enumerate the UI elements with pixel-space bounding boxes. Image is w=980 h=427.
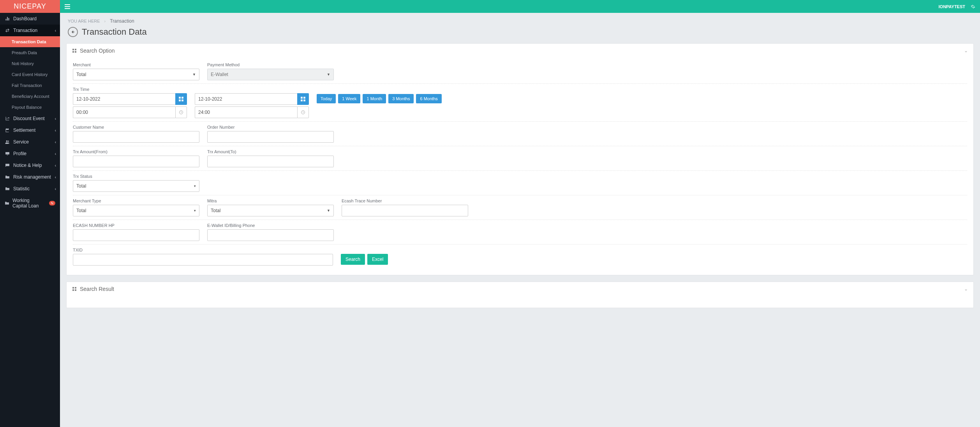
svg-rect-18	[72, 289, 74, 291]
sidebar-item-label: Card Event History	[12, 72, 48, 77]
grid-icon	[72, 48, 77, 53]
sidebar-item-risk-management[interactable]: Risk management ‹	[0, 171, 60, 183]
time-from-input[interactable]: 00:00	[73, 106, 175, 118]
sidebar-item-label: Transaction	[13, 28, 37, 33]
collapse-icon[interactable]: ⌄	[964, 286, 968, 292]
sidebar-item-discount-event[interactable]: Discount Event ‹	[0, 113, 60, 124]
customer-name-input[interactable]	[73, 131, 199, 143]
select-value: Total	[211, 208, 220, 213]
select-value: Total	[76, 72, 86, 77]
sidebar-item-working-capital-loan[interactable]: Working Capital Loan N	[0, 195, 60, 212]
brand-logo[interactable]: NICEPAY	[0, 0, 60, 13]
txid-input[interactable]	[73, 254, 333, 266]
sidebar-item-label: Discount Event	[13, 116, 45, 121]
svg-point-1	[8, 141, 9, 142]
trx-amount-from-input[interactable]	[73, 156, 199, 167]
breadcrumb-here: YOU ARE HERE	[68, 19, 100, 23]
svg-rect-11	[301, 97, 303, 99]
date-from-picker-button[interactable]	[175, 93, 187, 105]
sidebar-item-notice-help[interactable]: Notice & Help ‹	[0, 159, 60, 171]
ecash-trace-label: Ecash Trace Number	[342, 198, 468, 203]
page-title: Transaction Data	[82, 27, 147, 37]
merchant-type-select[interactable]: Total ▾	[73, 205, 199, 216]
sidebar-item-label: Risk management	[13, 174, 51, 180]
folder-icon	[5, 200, 9, 206]
select-value: Total	[76, 183, 86, 189]
range-3months-button[interactable]: 3 Months	[388, 94, 414, 103]
sidebar-item-label: Transaction Data	[12, 39, 46, 44]
svg-rect-17	[75, 287, 76, 289]
payment-method-select[interactable]: E-Wallet ▼	[207, 69, 334, 80]
trx-status-select[interactable]: Total ▾	[73, 180, 199, 192]
input-value: 12-10-2022	[198, 96, 222, 102]
merchant-label: Merchant	[73, 62, 199, 67]
time-from-picker-button[interactable]	[175, 106, 187, 118]
range-6months-button[interactable]: 6 Months	[416, 94, 441, 103]
sidebar-item-service[interactable]: Service ‹	[0, 136, 60, 148]
sidebar-item-settlement[interactable]: Settlement ‹	[0, 124, 60, 136]
svg-rect-3	[75, 49, 76, 50]
folder-icon	[5, 186, 10, 191]
ewallet-id-input[interactable]	[207, 229, 334, 241]
ewallet-id-label: E-Wallet ID/Billing Phone	[207, 223, 334, 228]
ecash-hp-input[interactable]	[73, 229, 199, 241]
ecash-trace-input[interactable]	[342, 205, 468, 216]
svg-rect-5	[75, 51, 76, 53]
search-option-panel: Search Option ⌄ Merchant Total ▼ Paymen	[66, 43, 974, 275]
range-today-button[interactable]: Today	[317, 94, 336, 103]
new-badge: N	[49, 201, 56, 206]
range-1week-button[interactable]: 1 Week	[338, 94, 360, 103]
grid-icon	[72, 287, 77, 291]
trx-amount-to-input[interactable]	[207, 156, 334, 167]
sidebar-item-label: Payout Balance	[12, 105, 42, 110]
users-icon	[5, 139, 10, 145]
excel-button[interactable]: Excel	[367, 254, 388, 265]
sidebar-item-dashboard[interactable]: DashBoard	[0, 13, 60, 25]
user-name[interactable]: IONPAYTEST	[939, 4, 965, 9]
chevron-right-icon: ›	[104, 19, 106, 23]
sidebar-item-transaction[interactable]: Transaction ‹	[0, 25, 60, 36]
monitor-icon	[5, 151, 10, 156]
hamburger-icon[interactable]	[65, 4, 70, 9]
sidebar-item-payout-balance[interactable]: Payout Balance	[0, 102, 60, 113]
sidebar-item-fail-transaction[interactable]: Fail Transaction	[0, 80, 60, 91]
gear-icon[interactable]	[971, 4, 975, 9]
sidebar-item-label: Profile	[13, 151, 26, 156]
svg-point-0	[6, 140, 8, 142]
sidebar-item-beneficiary-account[interactable]: Beneficiary Account	[0, 91, 60, 102]
search-result-panel: Search Result ⌄	[66, 282, 974, 308]
trx-amount-to-label: Trx Amount(To)	[207, 149, 334, 154]
time-to-picker-button[interactable]	[297, 106, 309, 118]
back-button[interactable]	[68, 27, 78, 37]
sidebar-item-statistic[interactable]: Statistic ‹	[0, 183, 60, 195]
chevron-icon: ‹	[55, 152, 56, 156]
date-to-picker-button[interactable]	[297, 93, 309, 105]
sidebar-item-label: Working Capital Loan	[12, 198, 44, 209]
sidebar-item-noti-history[interactable]: Noti History	[0, 58, 60, 69]
svg-rect-14	[303, 99, 305, 101]
search-button[interactable]: Search	[341, 254, 365, 265]
comment-icon	[5, 163, 10, 168]
caret-down-icon: ▼	[192, 73, 196, 76]
date-to-input[interactable]: 12-10-2022	[195, 93, 297, 105]
ecash-hp-label: ECASH NUMBER HP	[73, 223, 199, 228]
trx-status-label: Trx Status	[73, 174, 199, 179]
sidebar-item-card-event-history[interactable]: Card Event History	[0, 69, 60, 80]
mitra-select[interactable]: Total ▼	[207, 205, 334, 216]
svg-rect-19	[75, 289, 76, 291]
svg-rect-13	[301, 99, 303, 101]
sidebar-item-profile[interactable]: Profile ‹	[0, 148, 60, 159]
sidebar-item-transaction-data[interactable]: Transaction Data	[0, 36, 60, 47]
folder-icon	[5, 174, 10, 180]
order-number-input[interactable]	[207, 131, 334, 143]
sidebar-item-label: Beneficiary Account	[12, 94, 49, 99]
merchant-select[interactable]: Total ▼	[73, 69, 199, 80]
exchange-icon	[5, 28, 10, 33]
breadcrumb: YOU ARE HERE › Transaction	[60, 13, 980, 25]
time-to-input[interactable]: 24:00	[195, 106, 297, 118]
sidebar-item-label: Notice & Help	[13, 163, 42, 168]
range-1month-button[interactable]: 1 Month	[363, 94, 386, 103]
date-from-input[interactable]: 12-10-2022	[73, 93, 175, 105]
collapse-icon[interactable]: ⌄	[964, 48, 968, 53]
sidebar-item-preauth-data[interactable]: Preauth Data	[0, 47, 60, 58]
